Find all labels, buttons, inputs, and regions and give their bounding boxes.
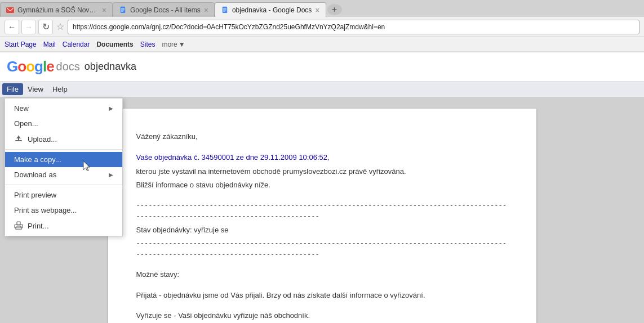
menu-item-new[interactable]: New ▶ — [5, 101, 122, 116]
bookmark-mail[interactable]: Mail — [43, 41, 56, 48]
nav-bar: ← → ↻ ☆ — [0, 17, 644, 37]
svg-rect-7 — [223, 10, 226, 10]
spacer-3 — [136, 262, 508, 269]
svg-rect-8 — [223, 11, 225, 11]
google-logo: Google — [7, 58, 54, 75]
doc-line-status: Stav objednávky: vyřizuje se — [136, 225, 508, 236]
bookmark-sites[interactable]: Sites — [140, 41, 156, 48]
tab-gmail-label: Gymnázium a SOŠ Nový ... — [17, 6, 99, 14]
bookmark-calendar[interactable]: Calendar — [63, 41, 90, 48]
bookmark-start-page[interactable]: Start Page — [5, 41, 37, 48]
star-button[interactable]: ☆ — [56, 21, 64, 32]
svg-rect-5 — [223, 6, 227, 12]
svg-rect-4 — [121, 11, 123, 11]
spacer-2 — [136, 194, 508, 200]
tab-bar: Gymnázium a SOŠ Nový ... × Google Docs -… — [0, 0, 644, 17]
separator-2: ----------------------------------------… — [136, 238, 508, 259]
docs-header: Google docs objednavka — [0, 52, 644, 82]
submenu-arrow-download: ▶ — [109, 172, 113, 178]
doc-line-vyrizuje: Vyřizuje se - Vaši objednávku vyřizuje n… — [136, 310, 508, 322]
svg-rect-2 — [121, 8, 125, 9]
menu-item-print-label: Print... — [28, 222, 49, 230]
svg-rect-1 — [121, 6, 125, 12]
menu-item-print-webpage-label: Print as webpage... — [14, 206, 77, 214]
tab-gmail[interactable]: Gymnázium a SOŠ Nový ... × — [0, 2, 113, 17]
menu-item-open[interactable]: Open... — [5, 116, 122, 131]
separator-after-download — [5, 185, 122, 185]
new-tab-button[interactable]: + — [327, 4, 342, 15]
bookmark-documents[interactable]: Documents — [96, 41, 133, 48]
doc-line-4: kterou jste vystavil na internetovém obc… — [136, 166, 508, 178]
doc-line-5: Bližší informace o stavu objednávky níže… — [136, 180, 508, 191]
menu-file[interactable]: File — [2, 83, 23, 95]
menu-item-make-copy-label: Make a copy... — [14, 155, 61, 164]
doc-line-1: Vážený zákazníku, — [136, 131, 508, 143]
tab-gmail-close[interactable]: × — [102, 6, 106, 15]
svg-point-15 — [20, 226, 21, 227]
gdocs-doc-icon — [221, 6, 229, 14]
spacer-1 — [136, 145, 508, 152]
tab-gdocs-all-close[interactable]: × — [204, 6, 208, 15]
url-bar[interactable] — [68, 20, 639, 34]
tab-gdocs-doc-label: objednavka - Google Docs — [232, 6, 312, 14]
svg-rect-3 — [121, 10, 125, 10]
file-dropdown-menu: New ▶ Open... Upload... Make a copy... D… — [5, 98, 123, 236]
more-chevron-icon: ▼ — [179, 41, 185, 48]
more-label: more — [162, 41, 177, 48]
gmail-icon — [6, 6, 14, 14]
menu-item-print[interactable]: Print... — [5, 218, 122, 234]
menu-help[interactable]: Help — [48, 83, 72, 95]
separator-after-upload — [5, 149, 122, 150]
print-icon — [14, 221, 23, 230]
svg-rect-9 — [15, 140, 22, 141]
back-button[interactable]: ← — [5, 20, 19, 34]
doc-line-prijata: Přijatá - objednávku jsme od Vás přijali… — [136, 290, 508, 302]
tab-gdocs-doc[interactable]: objednavka - Google Docs × — [215, 2, 326, 17]
upload-icon — [14, 134, 23, 143]
bookmarks-bar: Start Page Mail Calendar Documents Sites… — [0, 37, 644, 52]
spacer-4 — [136, 283, 508, 290]
menu-item-upload-label: Upload... — [28, 135, 57, 143]
upload-item-left: Upload... — [14, 134, 57, 143]
menu-item-print-webpage[interactable]: Print as webpage... — [5, 203, 122, 218]
docs-word: docs — [56, 60, 80, 73]
menu-item-make-copy[interactable]: Make a copy... — [5, 152, 122, 167]
svg-rect-6 — [223, 8, 226, 9]
print-item-left: Print... — [14, 221, 49, 230]
menu-item-print-preview[interactable]: Print preview — [5, 187, 122, 203]
reload-button[interactable]: ↻ — [38, 20, 53, 34]
menu-item-open-label: Open... — [14, 119, 38, 128]
doc-page: Vážený zákazníku, Vaše objednávka č. 345… — [108, 109, 536, 323]
menu-bar: File View Help — [0, 82, 644, 97]
tab-gdocs-all-label: Google Docs - All items — [130, 6, 201, 14]
spacer-5 — [136, 303, 508, 310]
menu-view[interactable]: View — [23, 83, 48, 95]
doc-name: objednavka — [85, 61, 136, 73]
doc-line-3: Vaše objednávka č. 34590001 ze dne 29.11… — [136, 152, 508, 164]
menu-item-download-as-label: Download as — [14, 171, 56, 179]
forward-button[interactable]: → — [21, 20, 36, 34]
menu-item-download-as[interactable]: Download as ▶ — [5, 167, 122, 182]
menu-item-print-preview-label: Print preview — [14, 191, 56, 199]
submenu-arrow-new: ▶ — [109, 105, 113, 111]
more-button[interactable]: more ▼ — [162, 41, 185, 48]
tab-gdocs-doc-close[interactable]: × — [315, 6, 319, 15]
menu-item-upload[interactable]: Upload... — [5, 131, 122, 147]
doc-line-mozne: Možné stavy: — [136, 269, 508, 281]
order-link[interactable]: Vaše objednávka č. 34590001 ze dne 29.11… — [136, 153, 330, 162]
tab-gdocs-all[interactable]: Google Docs - All items × — [113, 2, 215, 17]
gdocs-all-icon — [119, 6, 127, 14]
svg-marker-11 — [16, 136, 21, 138]
menu-item-new-label: New — [14, 104, 29, 113]
separator-1: ----------------------------------------… — [136, 200, 508, 222]
